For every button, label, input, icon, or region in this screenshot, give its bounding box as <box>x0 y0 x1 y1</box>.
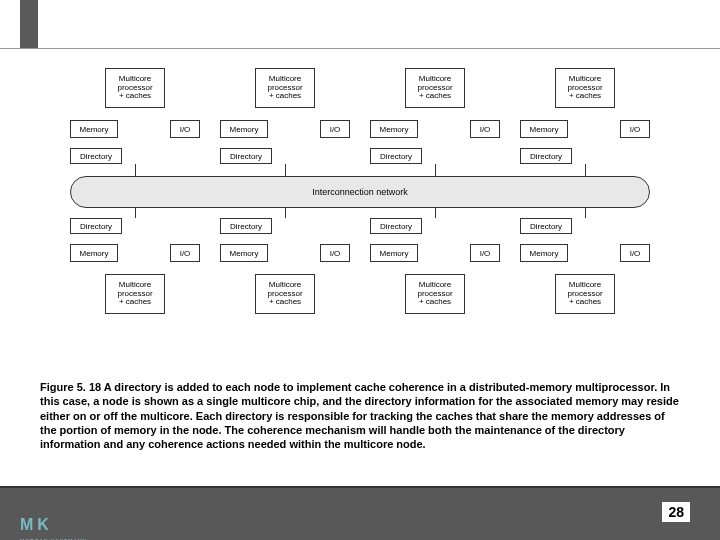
node-bottom-3: Directory Memory I/O Multicore processor… <box>520 218 650 314</box>
interconnect-box: Interconnection network <box>70 176 650 208</box>
io-box: I/O <box>320 120 350 138</box>
connector-line <box>285 164 286 176</box>
processor-box: Multicore processor + caches <box>255 274 315 314</box>
memory-box: Memory <box>220 244 268 262</box>
top-divider <box>0 48 720 49</box>
processor-box: Multicore processor + caches <box>405 68 465 108</box>
node-bottom-1: Directory Memory I/O Multicore processor… <box>220 218 350 314</box>
memory-box: Memory <box>370 244 418 262</box>
io-box: I/O <box>620 120 650 138</box>
io-box: I/O <box>170 244 200 262</box>
slide-tab <box>20 0 38 48</box>
directory-box: Directory <box>220 148 272 164</box>
directory-box: Directory <box>70 148 122 164</box>
memory-box: Memory <box>520 244 568 262</box>
directory-box: Directory <box>520 218 572 234</box>
processor-box: Multicore processor + caches <box>255 68 315 108</box>
io-box: I/O <box>620 244 650 262</box>
memory-box: Memory <box>70 120 118 138</box>
io-box: I/O <box>470 244 500 262</box>
io-box: I/O <box>470 120 500 138</box>
directory-box: Directory <box>220 218 272 234</box>
directory-box: Directory <box>520 148 572 164</box>
connector-line <box>435 164 436 176</box>
page-number: 28 <box>662 502 690 522</box>
memory-box: Memory <box>70 244 118 262</box>
directory-box: Directory <box>370 148 422 164</box>
publisher-logo: MK <box>20 516 53 534</box>
node-bottom-2: Directory Memory I/O Multicore processor… <box>370 218 500 314</box>
node-top-2: Multicore processor + caches Memory I/O … <box>370 68 500 164</box>
processor-box: Multicore processor + caches <box>105 68 165 108</box>
node-top-3: Multicore processor + caches Memory I/O … <box>520 68 650 164</box>
connector-line <box>585 208 586 218</box>
directory-box: Directory <box>370 218 422 234</box>
footer-band: MK MORGAN KAUFMANN <box>0 488 720 540</box>
directory-box: Directory <box>70 218 122 234</box>
io-box: I/O <box>320 244 350 262</box>
figure-caption: Figure 5. 18 A directory is added to eac… <box>40 380 680 451</box>
connector-line <box>585 164 586 176</box>
connector-line <box>285 208 286 218</box>
processor-box: Multicore processor + caches <box>405 274 465 314</box>
connector-line <box>135 164 136 176</box>
memory-box: Memory <box>370 120 418 138</box>
processor-box: Multicore processor + caches <box>555 274 615 314</box>
node-bottom-0: Directory Memory I/O Multicore processor… <box>70 218 200 314</box>
connector-line <box>435 208 436 218</box>
processor-box: Multicore processor + caches <box>105 274 165 314</box>
node-top-1: Multicore processor + caches Memory I/O … <box>220 68 350 164</box>
memory-box: Memory <box>520 120 568 138</box>
architecture-diagram: Multicore processor + caches Memory I/O … <box>70 68 650 323</box>
memory-box: Memory <box>220 120 268 138</box>
connector-line <box>135 208 136 218</box>
processor-box: Multicore processor + caches <box>555 68 615 108</box>
io-box: I/O <box>170 120 200 138</box>
node-top-0: Multicore processor + caches Memory I/O … <box>70 68 200 164</box>
